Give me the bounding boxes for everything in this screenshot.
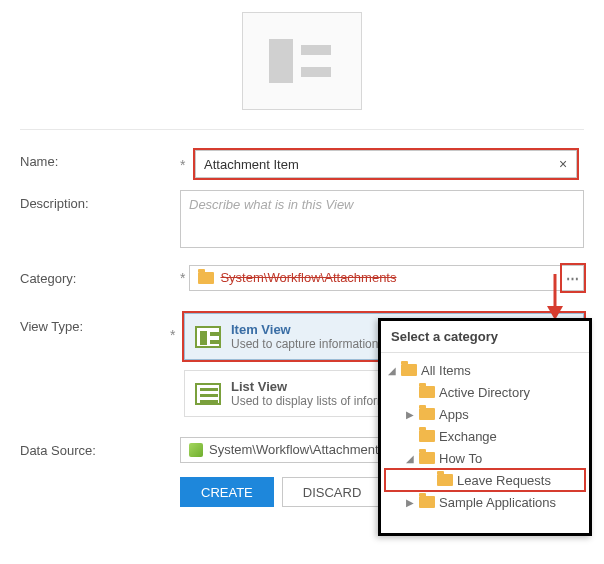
tree-node[interactable]: Exchange <box>385 425 585 447</box>
folder-icon <box>437 474 453 486</box>
tree-node-howto[interactable]: ◢ How To <box>385 447 585 469</box>
category-tree[interactable]: ◢ All Items Active Directory ▶ Apps Exch… <box>381 353 589 533</box>
discard-button[interactable]: DISCARD <box>282 477 383 507</box>
list-view-icon <box>195 383 221 405</box>
folder-icon <box>419 386 435 398</box>
create-button[interactable]: CREATE <box>180 477 274 507</box>
description-input[interactable] <box>180 190 584 248</box>
category-picker-popup: Select a category ◢ All Items Active Dir… <box>378 318 592 536</box>
popup-title: Select a category <box>381 321 589 353</box>
collapse-icon[interactable]: ◢ <box>387 365 397 376</box>
smartobject-icon <box>189 443 203 457</box>
folder-icon <box>401 364 417 376</box>
tree-node[interactable]: ▶ Sample Applications <box>385 491 585 513</box>
name-label: Name: <box>20 148 180 169</box>
required-icon: * <box>180 157 185 173</box>
category-path: System\Workflow\Attachments <box>189 265 562 291</box>
category-browse-button[interactable]: ⋯ <box>562 265 584 291</box>
folder-icon <box>419 408 435 420</box>
name-input[interactable] <box>195 150 577 178</box>
required-icon: * <box>180 270 185 286</box>
folder-icon <box>419 452 435 464</box>
description-label: Description: <box>20 190 180 211</box>
expand-icon[interactable]: ▶ <box>405 497 415 508</box>
expand-icon[interactable]: ▶ <box>405 409 415 420</box>
viewtype-label: View Type: <box>20 313 170 334</box>
view-thumbnail <box>242 12 362 110</box>
datasource-label: Data Source: <box>20 437 180 458</box>
folder-icon <box>419 430 435 442</box>
tree-node-leave-requests[interactable]: Leave Requests <box>385 469 585 491</box>
clear-name-icon[interactable]: × <box>559 156 567 172</box>
category-label: Category: <box>20 265 180 286</box>
folder-icon <box>419 496 435 508</box>
collapse-icon[interactable]: ◢ <box>405 453 415 464</box>
tree-node-all-items[interactable]: ◢ All Items <box>385 359 585 381</box>
tree-node[interactable]: Active Directory <box>385 381 585 403</box>
tree-node[interactable]: ▶ Apps <box>385 403 585 425</box>
folder-icon <box>198 272 214 284</box>
item-view-icon <box>195 326 221 348</box>
required-icon: * <box>170 327 175 343</box>
